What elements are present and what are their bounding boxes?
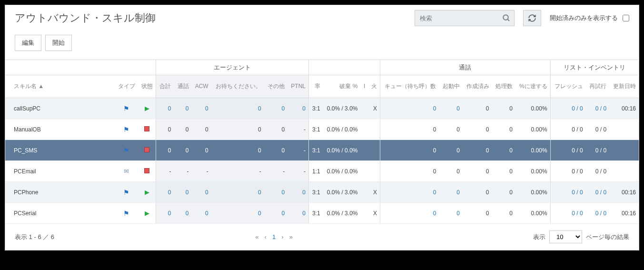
refresh-button[interactable] bbox=[523, 10, 541, 26]
cell-retry: 0 / 0 bbox=[586, 182, 609, 203]
start-button[interactable]: 開始 bbox=[45, 35, 72, 51]
cell-other: 0 bbox=[264, 98, 287, 119]
col-running[interactable]: 起動中 bbox=[439, 75, 462, 98]
cell-abandon: 0.0% / 0.0% bbox=[323, 140, 361, 161]
col-created[interactable]: 作成済み bbox=[463, 75, 492, 98]
col-retry[interactable]: 再試行 bbox=[586, 75, 609, 98]
col-fire[interactable]: 火 bbox=[368, 75, 380, 98]
cell-rate: 3:1 bbox=[309, 140, 323, 161]
cell-fresh: 0 / 0 bbox=[550, 161, 586, 182]
cell-retry: 0 / 0 bbox=[586, 140, 609, 161]
table-row[interactable]: ManualOB⚑00000-3:10.0% / 0.0%00000.00%0 … bbox=[5, 119, 639, 140]
started-only-toggle[interactable]: 開始済みのみを表示する bbox=[550, 14, 629, 22]
cell-abandon: 0.0% / 0.0% bbox=[323, 161, 361, 182]
cell-ptnl: - bbox=[287, 140, 308, 161]
cell-fresh: 0 / 0 bbox=[550, 182, 586, 203]
cell-talk: - bbox=[174, 161, 191, 182]
cell-wait: 0 bbox=[211, 203, 264, 224]
cell-ptnl: - bbox=[287, 161, 308, 182]
cell-queue: 0 bbox=[380, 182, 439, 203]
cell-retry: 0 / 0 bbox=[586, 119, 609, 140]
svg-line-1 bbox=[507, 19, 509, 21]
pager-first-icon[interactable]: « bbox=[255, 233, 258, 240]
cell-created: 0 bbox=[463, 182, 492, 203]
cell-queue: 0 bbox=[380, 161, 439, 182]
col-talk[interactable]: 通話 bbox=[174, 75, 191, 98]
col-processed[interactable]: 処理数 bbox=[492, 75, 515, 98]
cell-queue: 0 bbox=[380, 203, 439, 224]
cell-updated: 00:16 bbox=[609, 182, 639, 203]
table-row[interactable]: callSupPC⚑▶0000003:10.0% / 3.0%X00000.00… bbox=[5, 98, 639, 119]
search-input[interactable] bbox=[415, 10, 515, 26]
cell-wait: 0 bbox=[211, 182, 264, 203]
page-size-select[interactable]: 10 bbox=[549, 230, 582, 243]
cell-i bbox=[360, 98, 368, 119]
edit-button[interactable]: 編集 bbox=[15, 35, 41, 51]
cell-ptnl: 0 bbox=[287, 182, 308, 203]
col-updated[interactable]: 更新日時 bbox=[609, 75, 639, 98]
cell-acw: 0 bbox=[192, 98, 211, 119]
cell-type: ✉ bbox=[115, 161, 138, 182]
pager-current[interactable]: 1 bbox=[272, 233, 276, 240]
cell-updated bbox=[609, 140, 639, 161]
table-row[interactable]: PCSerial⚑▶0000003:10.0% / 3.0%X00000.00%… bbox=[5, 203, 639, 224]
cell-created: 0 bbox=[463, 119, 492, 140]
cell-i bbox=[360, 203, 368, 224]
cell-running: 0 bbox=[439, 161, 462, 182]
outbound-flag-icon: ⚑ bbox=[123, 189, 129, 196]
col-skill[interactable]: スキル名 ▲ bbox=[5, 75, 115, 98]
pager-prev-icon[interactable]: ‹ bbox=[265, 233, 267, 240]
col-ptnl[interactable]: PTNL bbox=[287, 75, 308, 98]
pager-last-icon[interactable]: » bbox=[289, 233, 292, 240]
cell-talk: 0 bbox=[174, 140, 191, 161]
cell-other: 0 bbox=[264, 119, 287, 140]
cell-retry: 0 / 0 bbox=[586, 98, 609, 119]
col-abandon[interactable]: 破棄 % bbox=[323, 75, 361, 98]
cell-state bbox=[138, 119, 156, 140]
cell-retry: 0 / 0 bbox=[586, 161, 609, 182]
pager-next-icon[interactable]: › bbox=[281, 233, 283, 240]
col-fresh[interactable]: フレッシュ bbox=[550, 75, 586, 98]
col-wait[interactable]: お待ちください。 bbox=[211, 75, 264, 98]
outbound-flag-icon: ⚑ bbox=[123, 126, 129, 133]
started-only-checkbox[interactable] bbox=[623, 15, 629, 21]
col-rate[interactable]: 率 bbox=[309, 75, 323, 98]
cell-acw: 0 bbox=[192, 140, 211, 161]
cell-processed: 0 bbox=[492, 161, 515, 182]
col-other[interactable]: その他 bbox=[264, 75, 287, 98]
cell-acw: 0 bbox=[192, 203, 211, 224]
play-icon: ▶ bbox=[145, 210, 149, 217]
table-row[interactable]: PCEmail✉------1:10.0% / 0.0%00000.00%0 /… bbox=[5, 161, 639, 182]
table-row[interactable]: PC_SMS⚑00000-3:10.0% / 0.0%00000.00%0 / … bbox=[5, 140, 639, 161]
cell-queue: 0 bbox=[380, 98, 439, 119]
cell-ptnl: - bbox=[287, 119, 308, 140]
cell-updated bbox=[609, 119, 639, 140]
col-group-call: 通話 bbox=[380, 60, 550, 75]
col-acw[interactable]: ACW bbox=[192, 75, 211, 98]
cell-other: 0 bbox=[264, 140, 287, 161]
cell-type: ⚑ bbox=[115, 203, 138, 224]
table-row[interactable]: PCPhone⚑▶0000003:10.0% / 3.0%X00000.00%0… bbox=[5, 182, 639, 203]
cell-wait: - bbox=[211, 161, 264, 182]
col-queue[interactable]: キュー（待ち呼）数 bbox=[380, 75, 439, 98]
result-range: 表示 1 - 6 ／ 6 bbox=[15, 233, 255, 241]
cell-running: 0 bbox=[439, 140, 462, 161]
cell-ptnl: 0 bbox=[287, 98, 308, 119]
cell-skill: ManualOB bbox=[5, 119, 115, 140]
col-pct[interactable]: %に達する bbox=[515, 75, 550, 98]
cell-running: 0 bbox=[439, 182, 462, 203]
col-total[interactable]: 合計 bbox=[156, 75, 174, 98]
search-icon[interactable] bbox=[502, 14, 511, 22]
cell-processed: 0 bbox=[492, 182, 515, 203]
cell-state: ▶ bbox=[138, 98, 156, 119]
cell-type: ⚑ bbox=[115, 182, 138, 203]
cell-fresh: 0 / 0 bbox=[550, 98, 586, 119]
cell-total: 0 bbox=[156, 140, 174, 161]
cell-running: 0 bbox=[439, 203, 462, 224]
col-i[interactable]: I bbox=[360, 75, 368, 98]
col-state[interactable]: 状態 bbox=[138, 75, 156, 98]
col-type[interactable]: タイプ bbox=[115, 75, 138, 98]
per-page-label: ページ毎の結果 bbox=[586, 233, 629, 241]
pager: « ‹ 1 › » bbox=[255, 233, 292, 240]
cell-pct: 0.00% bbox=[515, 203, 550, 224]
